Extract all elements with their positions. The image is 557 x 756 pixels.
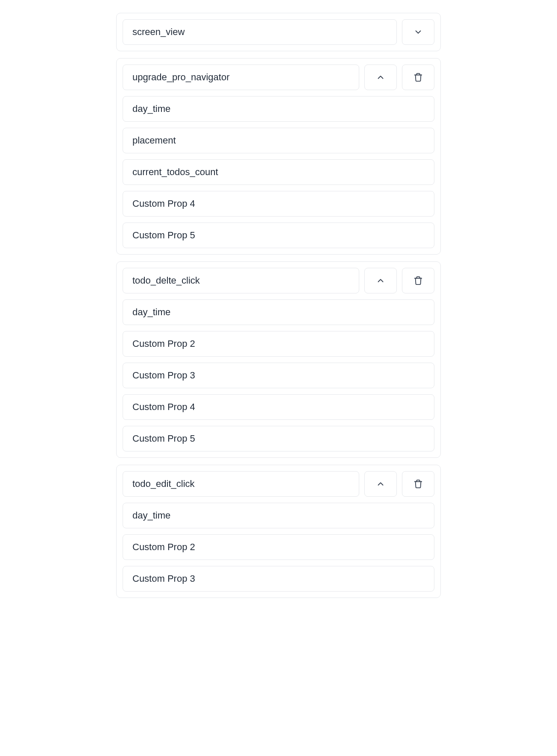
event-name-input[interactable] xyxy=(123,268,359,293)
event-property-item[interactable]: Custom Prop 3 xyxy=(123,363,434,388)
event-property-item[interactable]: Custom Prop 5 xyxy=(123,223,434,248)
event-property-item[interactable]: day_time xyxy=(123,503,434,528)
collapse-toggle-button[interactable] xyxy=(364,471,397,497)
delete-event-button[interactable] xyxy=(402,64,434,90)
event-property-item[interactable]: Custom Prop 4 xyxy=(123,191,434,217)
event-property-item[interactable]: placement xyxy=(123,128,434,153)
chevron-up-icon xyxy=(376,276,385,285)
event-card xyxy=(116,13,441,51)
event-property-item[interactable]: current_todos_count xyxy=(123,159,434,185)
event-card: day_time Custom Prop 2 Custom Prop 3 xyxy=(116,465,441,598)
events-list-container: day_time placement current_todos_count C… xyxy=(116,13,441,598)
chevron-up-icon xyxy=(376,73,385,82)
event-property-item[interactable]: day_time xyxy=(123,299,434,325)
event-card: day_time Custom Prop 2 Custom Prop 3 Cus… xyxy=(116,261,441,458)
event-header xyxy=(123,471,434,497)
delete-event-button[interactable] xyxy=(402,471,434,497)
chevron-up-icon xyxy=(376,479,385,489)
event-property-item[interactable]: Custom Prop 3 xyxy=(123,566,434,592)
event-header xyxy=(123,19,434,45)
event-property-item[interactable]: Custom Prop 2 xyxy=(123,534,434,560)
event-card: day_time placement current_todos_count C… xyxy=(116,58,441,255)
expand-toggle-button[interactable] xyxy=(402,19,434,45)
trash-icon xyxy=(413,276,423,285)
delete-event-button[interactable] xyxy=(402,268,434,293)
collapse-toggle-button[interactable] xyxy=(364,64,397,90)
event-name-input[interactable] xyxy=(123,471,359,497)
trash-icon xyxy=(413,73,423,82)
trash-icon xyxy=(413,479,423,489)
event-property-item[interactable]: Custom Prop 5 xyxy=(123,426,434,451)
event-name-input[interactable] xyxy=(123,64,359,90)
chevron-down-icon xyxy=(413,27,423,37)
event-header xyxy=(123,64,434,90)
event-property-item[interactable]: day_time xyxy=(123,96,434,122)
event-property-item[interactable]: Custom Prop 4 xyxy=(123,394,434,420)
event-header xyxy=(123,268,434,293)
collapse-toggle-button[interactable] xyxy=(364,268,397,293)
event-name-input[interactable] xyxy=(123,19,397,45)
event-property-item[interactable]: Custom Prop 2 xyxy=(123,331,434,357)
